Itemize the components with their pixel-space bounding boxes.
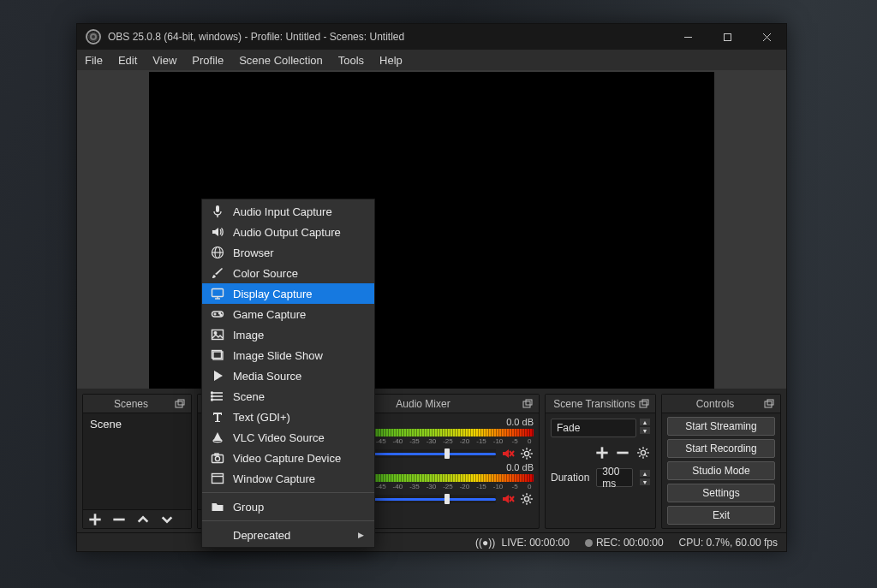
transition-spinner[interactable]: ▲▼ bbox=[640, 419, 650, 437]
slides-icon bbox=[211, 348, 224, 362]
menu-item-vlc-video-source[interactable]: VLC Video Source bbox=[202, 427, 374, 448]
mute-button[interactable] bbox=[501, 492, 515, 506]
obs-app-icon bbox=[86, 29, 101, 45]
menu-separator bbox=[202, 520, 374, 521]
menu-item-image-slide-show[interactable]: Image Slide Show bbox=[202, 345, 374, 365]
docks-row: Scenes Scene Sources bbox=[77, 389, 786, 532]
statusbar: ((●)) LIVE: 00:00:00 REC: 00:00:00 CPU: … bbox=[77, 532, 786, 551]
menu-item-text-gdi-[interactable]: Text (GDI+) bbox=[202, 407, 374, 427]
undock-icon[interactable] bbox=[174, 398, 186, 410]
track-settings-button[interactable] bbox=[520, 447, 534, 460]
status-live: ((●)) LIVE: 00:00:00 bbox=[475, 537, 570, 549]
menu-tools[interactable]: Tools bbox=[331, 50, 372, 70]
start-recording-button[interactable]: Start Recording bbox=[667, 439, 775, 458]
menu-item-label: Game Capture bbox=[233, 308, 306, 321]
undock-icon[interactable] bbox=[763, 398, 775, 410]
scene-row[interactable]: Scene bbox=[83, 413, 191, 435]
image-icon bbox=[211, 328, 224, 342]
menu-item-deprecated[interactable]: Deprecated bbox=[202, 525, 374, 545]
svg-rect-16 bbox=[526, 400, 532, 405]
menu-item-image[interactable]: Image bbox=[202, 324, 374, 345]
menu-item-browser[interactable]: Browser bbox=[202, 242, 374, 263]
exit-button[interactable]: Exit bbox=[667, 506, 775, 525]
broadcast-icon: ((●)) bbox=[475, 537, 495, 549]
text-icon bbox=[211, 410, 224, 424]
menu-item-audio-input-capture[interactable]: Audio Input Capture bbox=[202, 201, 374, 222]
menu-item-label: Media Source bbox=[233, 370, 301, 383]
scenes-dock: Scenes Scene bbox=[82, 394, 192, 529]
svg-rect-58 bbox=[212, 474, 224, 484]
transition-settings-button[interactable] bbox=[636, 446, 650, 460]
menu-item-label: Display Capture bbox=[233, 288, 313, 300]
undock-icon[interactable] bbox=[522, 398, 534, 410]
svg-point-42 bbox=[219, 312, 221, 314]
svg-point-51 bbox=[212, 392, 213, 394]
menu-item-group[interactable]: Group bbox=[202, 496, 374, 517]
scenes-title: Scenes bbox=[88, 398, 174, 410]
scenes-list[interactable]: Scene bbox=[83, 413, 191, 509]
undock-icon[interactable] bbox=[638, 398, 650, 410]
menu-item-label: Text (GDI+) bbox=[233, 411, 290, 424]
menu-profile[interactable]: Profile bbox=[184, 50, 231, 70]
menu-item-color-source[interactable]: Color Source bbox=[202, 263, 374, 283]
svg-rect-5 bbox=[178, 400, 184, 405]
menu-scene-collection[interactable]: Scene Collection bbox=[231, 50, 331, 70]
transition-add-button[interactable] bbox=[595, 446, 609, 460]
svg-rect-1 bbox=[724, 33, 731, 40]
svg-rect-31 bbox=[216, 205, 219, 212]
duration-label: Duration bbox=[551, 472, 589, 484]
scene-down-button[interactable] bbox=[160, 513, 174, 526]
record-dot-icon bbox=[585, 539, 593, 547]
menu-help[interactable]: Help bbox=[372, 50, 410, 70]
menu-item-game-capture[interactable]: Game Capture bbox=[202, 304, 374, 324]
menu-file[interactable]: File bbox=[77, 50, 110, 70]
window-maximize-button[interactable] bbox=[707, 24, 747, 50]
studio-mode-button[interactable]: Studio Mode bbox=[667, 461, 775, 480]
window-minimize-button[interactable] bbox=[668, 24, 707, 50]
menu-view[interactable]: View bbox=[145, 50, 184, 70]
folder-icon bbox=[211, 500, 224, 514]
start-streaming-button[interactable]: Start Streaming bbox=[667, 417, 775, 436]
menu-item-video-capture-device[interactable]: Video Capture Device bbox=[202, 448, 374, 468]
menu-item-scene[interactable]: Scene bbox=[202, 386, 374, 407]
menu-item-label: Image Slide Show bbox=[233, 349, 323, 362]
window-close-button[interactable] bbox=[747, 24, 786, 50]
transitions-title: Scene Transitions bbox=[551, 398, 638, 410]
svg-point-45 bbox=[214, 332, 217, 335]
menu-item-label: VLC Video Source bbox=[233, 431, 325, 444]
duration-input[interactable]: 300 ms bbox=[596, 468, 633, 487]
camera-icon bbox=[211, 451, 224, 465]
svg-point-22 bbox=[524, 496, 528, 501]
mixer-track-db: 0.0 dB bbox=[506, 417, 534, 427]
scene-remove-button[interactable] bbox=[112, 513, 126, 526]
mute-button[interactable] bbox=[501, 447, 515, 460]
menu-item-media-source[interactable]: Media Source bbox=[202, 365, 374, 386]
scenes-toolbar bbox=[83, 509, 191, 528]
svg-point-52 bbox=[212, 395, 213, 397]
menubar: File Edit View Profile Scene Collection … bbox=[77, 50, 786, 70]
menu-item-label: Browser bbox=[233, 246, 274, 259]
status-cpu: CPU: 0.7%, 60.00 fps bbox=[679, 537, 778, 549]
transition-remove-button[interactable] bbox=[616, 446, 629, 460]
menu-edit[interactable]: Edit bbox=[110, 50, 145, 70]
mixer-track-db: 0.0 dB bbox=[506, 462, 534, 472]
globe-icon bbox=[211, 246, 224, 259]
menu-item-audio-output-capture[interactable]: Audio Output Capture bbox=[202, 222, 374, 242]
controls-dock: Controls Start Streaming Start Recording… bbox=[661, 394, 781, 529]
play-icon bbox=[211, 369, 224, 383]
window-title: OBS 25.0.8 (64-bit, windows) - Profile: … bbox=[108, 31, 668, 43]
scene-transitions-dock: Scene Transitions Fade ▲▼ bbox=[545, 394, 656, 529]
brush-icon bbox=[211, 266, 224, 280]
monitor-icon bbox=[211, 287, 224, 300]
settings-button[interactable]: Settings bbox=[667, 484, 775, 502]
scene-add-button[interactable] bbox=[88, 513, 102, 526]
transition-select[interactable]: Fade bbox=[551, 419, 636, 437]
track-settings-button[interactable] bbox=[520, 492, 534, 506]
menu-item-window-capture[interactable]: Window Capture bbox=[202, 468, 374, 489]
scene-up-button[interactable] bbox=[136, 513, 150, 526]
duration-spinner[interactable]: ▲▼ bbox=[640, 470, 650, 485]
svg-point-19 bbox=[524, 451, 528, 455]
menu-item-display-capture[interactable]: Display Capture bbox=[202, 283, 374, 304]
speaker-icon bbox=[211, 225, 224, 239]
svg-point-56 bbox=[215, 456, 219, 460]
